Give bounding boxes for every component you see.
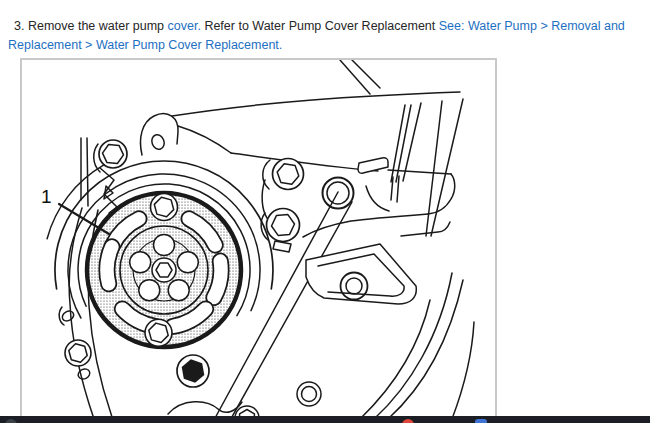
taskbar-app-icon[interactable]	[5, 419, 17, 423]
eyelet-bracket	[306, 244, 416, 304]
instruction-step-3: 3. Remove the water pump cover. Refer to…	[0, 13, 650, 55]
taskbar-app-icon-blue[interactable]	[475, 419, 487, 423]
cover-ear	[141, 92, 461, 155]
callout-1-label: 1	[41, 186, 52, 207]
tube-lines	[340, 60, 463, 236]
step-text: 3. Remove the water pump	[14, 19, 168, 33]
right-bracket	[231, 153, 455, 252]
cover-link[interactable]: cover.	[168, 19, 201, 33]
shaded-hex-bolt	[177, 355, 209, 387]
water-pump-pulley	[87, 193, 241, 347]
taskbar-app-icon-red[interactable]	[402, 419, 414, 423]
water-pump-figure: 1	[20, 58, 497, 423]
engine-diagram: 1	[22, 60, 495, 421]
taskbar	[0, 416, 650, 423]
refer-text: Refer to Water Pump Cover Replacement	[201, 19, 439, 33]
